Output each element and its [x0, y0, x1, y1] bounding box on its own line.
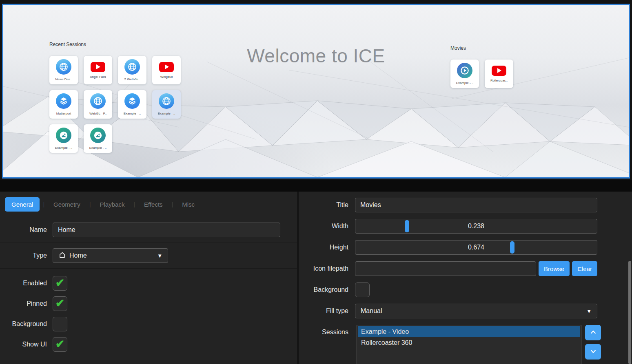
height-slider-handle[interactable]	[510, 241, 514, 254]
name-row: Name	[0, 217, 297, 243]
height-label: Height	[299, 244, 348, 251]
height-value: 0.674	[355, 240, 597, 254]
chevron-up-icon	[590, 329, 597, 337]
session-tile[interactable]: Angel Falls	[84, 56, 112, 84]
session-tile[interactable]: 2 WebVie..	[118, 56, 146, 84]
group-settings-panel: Title Width 0.238 Height 0.674 Icon file…	[299, 192, 632, 364]
title-row: Title	[299, 198, 632, 212]
tab-effects[interactable]: Effects	[135, 197, 172, 212]
globe-icon	[56, 59, 71, 75]
tile-label: News Das..	[55, 77, 72, 81]
globe-icon	[124, 59, 140, 75]
fill-type-row: Fill type Manual ▼	[299, 304, 632, 318]
name-label: Name	[0, 226, 47, 234]
pinned-checkbox[interactable]: ✔	[53, 296, 67, 311]
movies-heading: Movies	[450, 45, 513, 51]
pinned-row: Pinned ✔	[0, 293, 297, 314]
show-ui-row: Show UI ✔	[0, 334, 297, 355]
background-checkbox[interactable]: ✔	[53, 317, 67, 331]
check-icon: ✔	[55, 278, 65, 289]
enabled-checkbox[interactable]: ✔	[53, 276, 67, 291]
tile-label: Matterport	[56, 112, 71, 115]
background-label: Background	[299, 286, 348, 293]
recent-sessions-group: Recent Sessions News Das.. Angel Falls 2…	[49, 42, 181, 153]
width-label: Width	[299, 223, 348, 230]
tab-playback[interactable]: Playback	[91, 197, 134, 212]
session-tile[interactable]: Example - ..	[118, 90, 146, 119]
tile-label: Angel Falls	[90, 75, 106, 79]
preview-canvas: Welcome to ICE Recent Sessions News Das.…	[2, 4, 630, 179]
tile-label: 2 WebVie..	[124, 77, 140, 81]
tab-misc[interactable]: Misc	[173, 197, 204, 212]
globe-icon	[159, 93, 174, 109]
movie-tile[interactable]: Rollercoas..	[485, 60, 513, 88]
checkbox-section: Enabled ✔ Pinned ✔ Background ✔ Show UI …	[0, 269, 297, 355]
sessions-label: Sessions	[299, 329, 348, 336]
separator-strip	[0, 180, 632, 192]
sessions-row: Sessions Example - Video Rollercoaster 3…	[299, 325, 632, 364]
chevron-down-icon: ▼	[586, 308, 592, 314]
session-reorder-buttons	[585, 325, 601, 360]
session-tile[interactable]: Example - ..	[84, 124, 112, 153]
width-slider-handle[interactable]	[405, 220, 409, 232]
layers-icon	[124, 93, 140, 109]
photo-icon	[56, 128, 71, 143]
browse-button[interactable]: Browse	[539, 261, 570, 276]
tab-general[interactable]: General	[5, 197, 40, 212]
movies-grid: Example - .. Rollercoas..	[450, 60, 513, 88]
background-checkbox[interactable]: ✔	[355, 282, 370, 297]
movie-tile[interactable]: Example - ..	[450, 60, 479, 88]
chevron-down-icon: ▼	[157, 253, 162, 259]
width-value: 0.238	[355, 219, 597, 233]
tile-label: Example - ..	[124, 112, 141, 115]
height-row: Height 0.674	[299, 240, 632, 255]
check-icon: ✔	[55, 298, 65, 309]
name-input[interactable]	[53, 223, 280, 237]
enabled-row: Enabled ✔	[0, 273, 297, 293]
movies-group: Movies Example - .. Rollercoas..	[450, 45, 513, 88]
show-ui-checkbox[interactable]: ✔	[53, 337, 67, 352]
session-tile[interactable]: News Das..	[49, 56, 78, 84]
session-tile[interactable]: Wingsuit	[152, 56, 181, 84]
item-settings-panel: General | Geometry | Playback | Effects …	[0, 192, 299, 364]
show-ui-label: Show UI	[0, 341, 47, 348]
play-icon	[457, 63, 472, 78]
layers-icon	[56, 93, 71, 109]
session-tile[interactable]: Matterport	[49, 90, 78, 119]
fill-type-value: Manual	[361, 307, 382, 315]
icon-filepath-input[interactable]	[355, 261, 536, 276]
photo-icon	[90, 128, 106, 143]
session-tile[interactable]: Example - ..	[152, 90, 181, 119]
clear-button[interactable]: Clear	[572, 261, 597, 276]
list-item[interactable]: Rollercoaster 360	[358, 337, 580, 348]
type-row: Type Home ▼	[0, 243, 297, 269]
chevron-down-icon	[590, 348, 597, 356]
tile-label: Example - ..	[89, 146, 107, 150]
type-value: Home	[69, 252, 87, 259]
check-icon: ✔	[55, 339, 65, 350]
tile-label: Wingsuit	[160, 75, 173, 79]
session-tile[interactable]: WebGL - F..	[84, 90, 112, 119]
type-label: Type	[0, 252, 47, 259]
height-slider[interactable]: 0.674	[355, 240, 597, 255]
title-input[interactable]	[355, 198, 597, 212]
tab-geometry[interactable]: Geometry	[44, 197, 89, 212]
home-icon	[58, 251, 66, 260]
fill-type-dropdown[interactable]: Manual ▼	[355, 304, 597, 318]
recent-sessions-heading: Recent Sessions	[49, 42, 181, 47]
globe-icon	[90, 93, 106, 109]
pinned-label: Pinned	[0, 300, 47, 307]
type-dropdown[interactable]: Home ▼	[53, 248, 168, 263]
move-up-button[interactable]	[585, 325, 601, 340]
vertical-scrollbar[interactable]	[628, 261, 631, 364]
list-item[interactable]: Example - Video	[358, 326, 580, 337]
sessions-listbox[interactable]: Example - Video Rollercoaster 360	[357, 325, 581, 364]
tile-label: Example - ..	[158, 112, 175, 115]
session-tile[interactable]: Example - ..	[49, 124, 78, 153]
settings-tabs: General | Geometry | Playback | Effects …	[0, 192, 297, 217]
width-slider[interactable]: 0.238	[355, 219, 597, 234]
move-down-button[interactable]	[585, 344, 601, 360]
recent-sessions-grid: News Das.. Angel Falls 2 WebVie.. Wingsu…	[49, 56, 181, 153]
background-row: Background ✔	[0, 314, 297, 334]
background-label: Background	[0, 320, 47, 328]
